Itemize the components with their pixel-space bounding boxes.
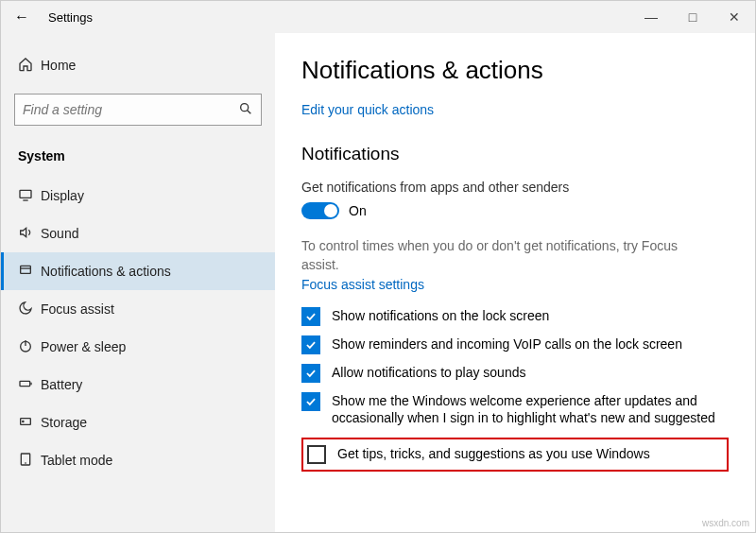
sidebar-item-label: Display: [41, 188, 84, 203]
checkbox-icon: [301, 335, 320, 354]
checkbox-lock-screen-notifications[interactable]: Show notifications on the lock screen: [301, 307, 729, 326]
maximize-button[interactable]: □: [672, 9, 713, 25]
checkbox-label: Show me the Windows welcome experience a…: [332, 392, 729, 426]
notifications-toggle[interactable]: On: [301, 202, 729, 219]
checkbox-tips-tricks[interactable]: Get tips, tricks, and suggestions as you…: [301, 438, 729, 472]
notifications-subheading: Notifications: [301, 144, 729, 164]
sidebar-item-label: Tablet mode: [41, 453, 112, 468]
focus-assist-hint: To control times when you do or don't ge…: [301, 236, 698, 275]
minimize-button[interactable]: —: [630, 9, 672, 25]
checkbox-label: Show notifications on the lock screen: [332, 307, 549, 324]
checkbox-list: Show notifications on the lock screen Sh…: [301, 307, 729, 472]
svg-rect-4: [21, 266, 31, 273]
focus-assist-icon: [18, 301, 41, 318]
battery-icon: [18, 376, 41, 394]
sidebar-item-notifications[interactable]: Notifications & actions: [1, 252, 275, 290]
main-content: Notifications & actions Edit your quick …: [275, 33, 755, 532]
checkbox-label: Allow notifications to play sounds: [332, 364, 525, 381]
page-title: Notifications & actions: [301, 56, 729, 85]
tablet-icon: [18, 452, 41, 470]
storage-icon: [18, 414, 41, 432]
section-label: System: [1, 141, 275, 177]
sidebar-item-label: Power & sleep: [41, 339, 126, 354]
svg-point-0: [241, 103, 249, 111]
sidebar-item-focus-assist[interactable]: Focus assist: [1, 290, 275, 328]
sidebar-item-label: Focus assist: [41, 301, 114, 317]
titlebar: ← Settings — □ ✕: [1, 1, 755, 33]
checkbox-label: Show reminders and incoming VoIP calls o…: [332, 335, 682, 352]
sidebar: Home System Display Sound Notifications …: [1, 33, 275, 532]
power-icon: [18, 338, 41, 356]
close-button[interactable]: ✕: [713, 9, 755, 25]
checkbox-icon: [301, 364, 320, 383]
toggle-switch-icon: [301, 202, 339, 219]
svg-rect-2: [20, 190, 31, 198]
svg-line-1: [248, 110, 251, 113]
toggle-description: Get notifications from apps and other se…: [301, 180, 729, 195]
checkbox-icon: [307, 445, 326, 464]
search-input[interactable]: [23, 102, 238, 117]
checkbox-label: Get tips, tricks, and suggestions as you…: [337, 445, 650, 462]
sidebar-item-storage[interactable]: Storage: [1, 404, 275, 441]
svg-point-11: [23, 421, 24, 421]
sidebar-item-label: Storage: [41, 415, 87, 430]
watermark: wsxdn.com: [702, 518, 749, 528]
checkbox-icon: [301, 392, 320, 411]
checkbox-icon: [301, 307, 320, 326]
sidebar-item-label: Notifications & actions: [41, 264, 171, 279]
sidebar-item-power[interactable]: Power & sleep: [1, 328, 275, 366]
search-box[interactable]: [14, 94, 262, 126]
window-title: Settings: [43, 10, 630, 25]
back-button[interactable]: ←: [1, 9, 43, 26]
sound-icon: [18, 225, 41, 243]
search-icon: [238, 101, 253, 119]
svg-rect-8: [20, 381, 30, 386]
toggle-state-label: On: [349, 203, 367, 218]
sidebar-item-label: Battery: [41, 377, 82, 392]
checkbox-welcome-experience[interactable]: Show me the Windows welcome experience a…: [301, 392, 729, 426]
edit-quick-actions-link[interactable]: Edit your quick actions: [301, 102, 729, 117]
home-nav[interactable]: Home: [1, 46, 275, 84]
notifications-icon: [18, 263, 41, 281]
home-icon: [18, 57, 41, 75]
sidebar-item-battery[interactable]: Battery: [1, 366, 275, 404]
home-label: Home: [41, 58, 76, 73]
display-icon: [18, 187, 41, 205]
checkbox-voip-reminders[interactable]: Show reminders and incoming VoIP calls o…: [301, 335, 729, 354]
sidebar-item-label: Sound: [41, 226, 78, 241]
sidebar-item-sound[interactable]: Sound: [1, 215, 275, 252]
sidebar-item-tablet-mode[interactable]: Tablet mode: [1, 441, 275, 479]
checkbox-play-sounds[interactable]: Allow notifications to play sounds: [301, 364, 729, 383]
sidebar-item-display[interactable]: Display: [1, 177, 275, 215]
focus-assist-settings-link[interactable]: Focus assist settings: [301, 277, 729, 292]
